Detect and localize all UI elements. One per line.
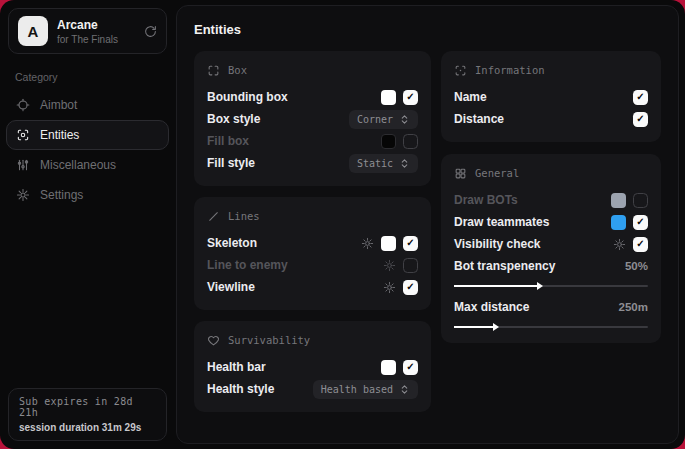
diagonal-line-icon	[207, 210, 220, 223]
sidebar-item-aimbot[interactable]: Aimbot	[6, 90, 169, 120]
row-controls	[381, 360, 418, 375]
row-controls	[613, 237, 648, 252]
checkbox-unchecked[interactable]	[403, 134, 418, 149]
refresh-icon[interactable]	[144, 25, 157, 38]
setting-row: Visibility check	[454, 233, 648, 255]
checkbox-unchecked[interactable]	[633, 193, 648, 208]
checkbox-checked[interactable]	[633, 90, 648, 105]
app-title: Arcane	[57, 18, 135, 32]
sidebar-item-entities[interactable]: Entities	[6, 120, 169, 150]
checkbox-checked[interactable]	[403, 236, 418, 251]
sidebar-item-settings[interactable]: Settings	[6, 180, 169, 210]
setting-label: Box style	[207, 112, 260, 126]
sidebar-item-label: Miscellaneous	[40, 158, 116, 172]
checkbox-checked[interactable]	[403, 90, 418, 105]
category-label: Category	[15, 71, 175, 83]
max-distance-slider[interactable]	[454, 326, 648, 328]
setting-row: Skeleton	[207, 232, 418, 254]
row-controls	[361, 236, 418, 251]
setting-label: Max distance	[454, 300, 529, 314]
row-settings-gear-icon[interactable]	[383, 281, 396, 294]
row-settings-gear-icon[interactable]	[383, 259, 396, 272]
row-settings-gear-icon[interactable]	[613, 238, 626, 251]
setting-row: Fill box	[207, 130, 418, 152]
sidebar-item-label: Aimbot	[40, 98, 77, 112]
setting-row: Name	[454, 86, 648, 108]
page-title: Entities	[194, 22, 661, 37]
panel-columns: Box Bounding box Box style Corner	[194, 51, 661, 412]
dropdown-value: Static	[357, 158, 393, 169]
app-header-text: Arcane for The Finals	[57, 18, 135, 45]
panel-header: General	[454, 164, 648, 182]
checkbox-checked[interactable]	[633, 215, 648, 230]
grid-icon	[454, 167, 467, 180]
panel-header: Lines	[207, 207, 418, 225]
setting-row: Bounding box	[207, 86, 418, 108]
entities-scan-icon	[16, 128, 30, 142]
checkbox-checked[interactable]	[403, 280, 418, 295]
box-corners-icon	[207, 64, 220, 77]
slider-value: 50%	[625, 260, 648, 272]
subscription-card: Sub expires in 28d 21h session duration …	[8, 388, 167, 441]
setting-label: Skeleton	[207, 236, 257, 250]
setting-label: Line to enemy	[207, 258, 288, 272]
heart-icon	[207, 334, 220, 347]
color-swatch[interactable]	[381, 360, 396, 375]
panel-header: Box	[207, 61, 418, 79]
setting-label: Name	[454, 90, 487, 104]
dropdown-value: Health based	[321, 384, 393, 395]
info-scan-icon	[454, 64, 467, 77]
setting-row: Fill style Static	[207, 152, 418, 174]
checkbox-checked[interactable]	[633, 112, 648, 127]
slider-label-row: Max distance 250m	[454, 296, 648, 318]
color-swatch[interactable]	[611, 215, 626, 230]
fill-style-dropdown[interactable]: Static	[349, 154, 418, 173]
sidebar-item-label: Entities	[40, 128, 79, 142]
bot-transparency-slider[interactable]	[454, 285, 648, 287]
crosshair-icon	[16, 98, 30, 112]
row-controls	[383, 280, 418, 295]
setting-label: Bot transpenency	[454, 259, 555, 273]
slider-label-row: Bot transpenency 50%	[454, 255, 648, 277]
row-controls	[381, 134, 418, 149]
panel-information: Information Name Distance	[441, 51, 661, 142]
setting-label: Viewline	[207, 280, 255, 294]
checkbox-checked[interactable]	[633, 237, 648, 252]
slider-fill	[454, 285, 541, 287]
checkbox-unchecked[interactable]	[403, 258, 418, 273]
session-duration-text: session duration 31m 29s	[19, 422, 156, 433]
row-controls	[611, 193, 648, 208]
chevrons-up-down-icon	[399, 114, 410, 125]
box-style-dropdown[interactable]: Corner	[349, 110, 418, 129]
sliders-icon	[16, 158, 30, 172]
setting-row: Health style Health based	[207, 378, 418, 400]
color-swatch[interactable]	[381, 134, 396, 149]
sub-expires-text: Sub expires in 28d 21h	[19, 396, 156, 418]
color-swatch[interactable]	[611, 193, 626, 208]
panel-title: Box	[228, 64, 247, 76]
setting-row: Distance	[454, 108, 648, 130]
panel-title: Information	[475, 64, 545, 76]
row-settings-gear-icon[interactable]	[361, 237, 374, 250]
sidebar-nav: Aimbot Entities Miscellaneous Settings	[0, 90, 175, 210]
setting-label: Health style	[207, 382, 274, 396]
checkbox-checked[interactable]	[403, 360, 418, 375]
health-style-dropdown[interactable]: Health based	[313, 380, 418, 399]
panel-header: Information	[454, 61, 648, 79]
right-column: Information Name Distance	[441, 51, 661, 343]
gear-icon	[16, 188, 30, 202]
sidebar-item-label: Settings	[40, 188, 83, 202]
app-subtitle: for The Finals	[57, 34, 135, 45]
color-swatch[interactable]	[381, 236, 396, 251]
setting-row: Draw BOTs	[454, 189, 648, 211]
panel-title: Survivability	[228, 334, 310, 346]
panel-title: Lines	[228, 210, 260, 222]
setting-label: Draw BOTs	[454, 193, 518, 207]
sidebar-item-miscellaneous[interactable]: Miscellaneous	[6, 150, 169, 180]
panel-header: Survivability	[207, 331, 418, 349]
color-swatch[interactable]	[381, 90, 396, 105]
setting-row: Line to enemy	[207, 254, 418, 276]
row-controls	[633, 112, 648, 127]
setting-label: Draw teammates	[454, 215, 549, 229]
slider-value: 250m	[619, 301, 648, 313]
